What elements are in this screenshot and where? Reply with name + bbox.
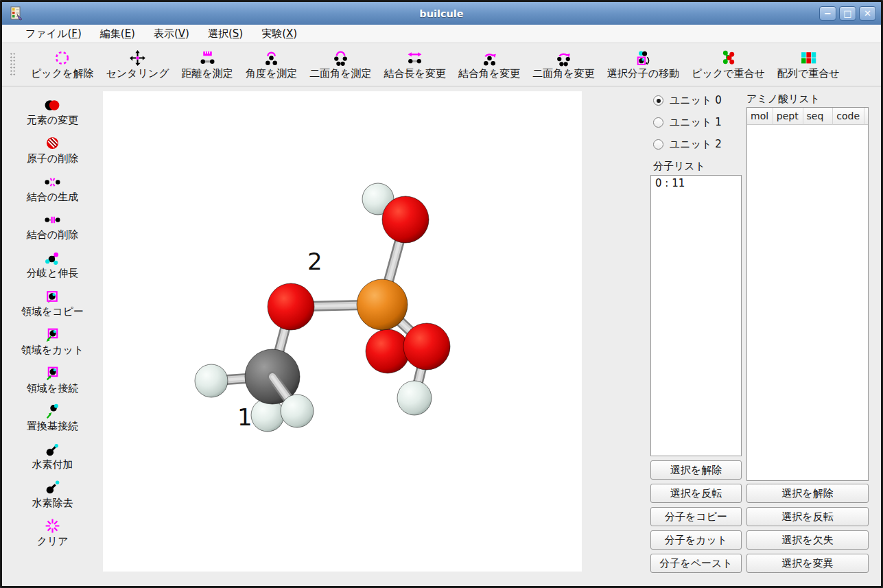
centering-icon (129, 49, 146, 67)
column-header-mol[interactable]: mol (747, 108, 773, 125)
toolbar-measure-dihedral-button[interactable]: 二面角を測定 (303, 49, 377, 80)
minimize-button[interactable]: − (819, 6, 836, 21)
amino-deselect-button[interactable]: 選択を解除 (746, 484, 869, 503)
menu-edit[interactable]: 編集(E) (100, 27, 135, 40)
tool-clear[interactable]: クリア (2, 517, 103, 556)
window-frame: builcule − □ ✕ ファイル(F) 編集(E) 表示(V) 選択(S)… (0, 0, 883, 588)
menu-experiment[interactable]: 実験(X) (261, 27, 297, 40)
deselect-button[interactable]: 選択を解除 (650, 460, 742, 480)
region-copy-icon (44, 287, 61, 305)
tool-sidebar: 元素の変更 原子の削除 結合の生成 結合の削除 分岐と伸長 領域をコピー 領域を… (2, 96, 103, 556)
radio-icon (653, 95, 663, 106)
toolbar-measure-angle-button[interactable]: 角度を測定 (239, 49, 303, 80)
menu-select[interactable]: 選択(S) (208, 27, 243, 40)
tool-region-cut[interactable]: 領域をカット (2, 326, 103, 364)
column-header-filler (864, 108, 868, 125)
unit-radio-1[interactable]: ユニット 1 (653, 116, 722, 129)
bond-create-icon (44, 173, 61, 191)
tool-region-copy[interactable]: 領域をコピー (2, 287, 103, 326)
tool-hydrogen-remove[interactable]: 水素除去 (2, 479, 103, 517)
unit-radio-2[interactable]: ユニット 2 (653, 138, 722, 151)
svg-text:1: 1 (237, 403, 252, 431)
tool-bond-delete[interactable]: 結合の削除 (2, 211, 103, 249)
measure-distance-icon (199, 49, 216, 67)
change-dihedral-icon (555, 49, 572, 67)
overlay-align-icon (800, 49, 817, 67)
tool-region-connect[interactable]: 領域を接続 (2, 364, 103, 403)
unpick-icon (54, 49, 71, 67)
title-bar[interactable]: builcule − □ ✕ (2, 2, 881, 25)
toolbar-overlay-pick-button[interactable]: ピックで重合せ (685, 49, 771, 80)
amino-mutate-selection-button[interactable]: 選択を変異 (746, 554, 869, 573)
close-button[interactable]: ✕ (859, 6, 876, 21)
toolbar-overlay-align-button[interactable]: 配列で重合せ (771, 49, 846, 80)
branch-extend-icon (44, 249, 61, 267)
svg-text:2: 2 (307, 248, 322, 275)
menu-view[interactable]: 表示(V) (154, 27, 189, 40)
measure-angle-icon (263, 49, 280, 67)
radio-icon (653, 117, 663, 128)
hydrogen-add-icon (44, 440, 61, 458)
molecule-list[interactable]: 0 : 11 (650, 175, 742, 456)
substituent-connect-icon (44, 402, 61, 420)
overlay-pick-icon (720, 49, 737, 67)
copy-molecule-button[interactable]: 分子をコピー (650, 507, 742, 526)
radio-icon (653, 139, 663, 150)
atom-delete-icon (44, 134, 61, 152)
hydrogen-remove-icon (44, 479, 61, 497)
invert-selection-button[interactable]: 選択を反転 (650, 484, 742, 503)
toolbar-centering-button[interactable]: センタリング (99, 49, 175, 80)
amino-delete-selection-button[interactable]: 選択を欠失 (746, 530, 869, 550)
change-bondangle-icon (481, 49, 498, 67)
toolbar-change-dihedral-button[interactable]: 二面角を変更 (526, 49, 600, 80)
clear-icon (44, 517, 61, 535)
region-cut-icon (44, 326, 61, 344)
molecule-canvas[interactable]: 12 (103, 91, 582, 572)
maximize-button[interactable]: □ (839, 6, 856, 21)
measure-dihedral-icon (332, 49, 349, 67)
tool-atom-delete[interactable]: 原子の削除 (2, 134, 103, 173)
app-icon (8, 5, 25, 22)
tool-branch-extend[interactable]: 分岐と伸長 (2, 249, 103, 287)
amino-acid-list-label: アミノ酸リスト (746, 93, 820, 106)
cut-molecule-button[interactable]: 分子をカット (650, 530, 742, 550)
tool-substituent-connect[interactable]: 置換基接続 (2, 402, 103, 440)
tool-element-change[interactable]: 元素の変更 (2, 96, 103, 134)
window-controls: − □ ✕ (819, 6, 876, 21)
tool-hydrogen-add[interactable]: 水素付加 (2, 440, 103, 479)
tool-bond-create[interactable]: 結合の生成 (2, 173, 103, 211)
element-change-icon (44, 96, 61, 114)
toolbar-change-bondangle-button[interactable]: 結合角を変更 (452, 49, 526, 80)
region-connect-icon (44, 364, 61, 382)
toolbar: ピックを解除 センタリング 距離を測定 角度を測定 二面角を測定 結合長を変更 … (2, 43, 881, 86)
molecule-list-item[interactable]: 0 : 11 (655, 177, 737, 189)
paste-molecule-button[interactable]: 分子をペースト (650, 554, 742, 573)
toolbar-grip-handle[interactable] (10, 52, 16, 77)
toolbar-change-bondlength-button[interactable]: 結合長を変更 (378, 49, 452, 80)
toolbar-measure-distance-button[interactable]: 距離を測定 (176, 49, 239, 80)
column-header-code[interactable]: code (833, 108, 864, 125)
column-header-pept[interactable]: pept (773, 108, 803, 125)
column-header-seq[interactable]: seq (803, 108, 834, 125)
unit-radio-group: ユニット 0 ユニット 1 ユニット 2 (653, 94, 722, 151)
unit-radio-0[interactable]: ユニット 0 (653, 94, 722, 107)
amino-acid-table[interactable]: mol pept seq code (746, 107, 869, 481)
app-window: builcule − □ ✕ ファイル(F) 編集(E) 表示(V) 選択(S)… (2, 2, 881, 586)
menu-bar: ファイル(F) 編集(E) 表示(V) 選択(S) 実験(X) (2, 25, 881, 43)
amino-invert-selection-button[interactable]: 選択を反転 (746, 507, 869, 526)
change-bondlength-icon (406, 49, 423, 67)
menu-file[interactable]: ファイル(F) (25, 27, 82, 40)
move-molecule-icon (635, 49, 652, 67)
bond-delete-icon (44, 211, 61, 228)
toolbar-move-molecule-button[interactable]: 選択分子の移動 (601, 49, 685, 80)
toolbar-unpick-button[interactable]: ピックを解除 (25, 49, 99, 80)
molecule-list-label: 分子リスト (653, 160, 705, 173)
window-title: builcule (2, 8, 881, 19)
amino-acid-table-header: mol pept seq code (747, 108, 868, 125)
